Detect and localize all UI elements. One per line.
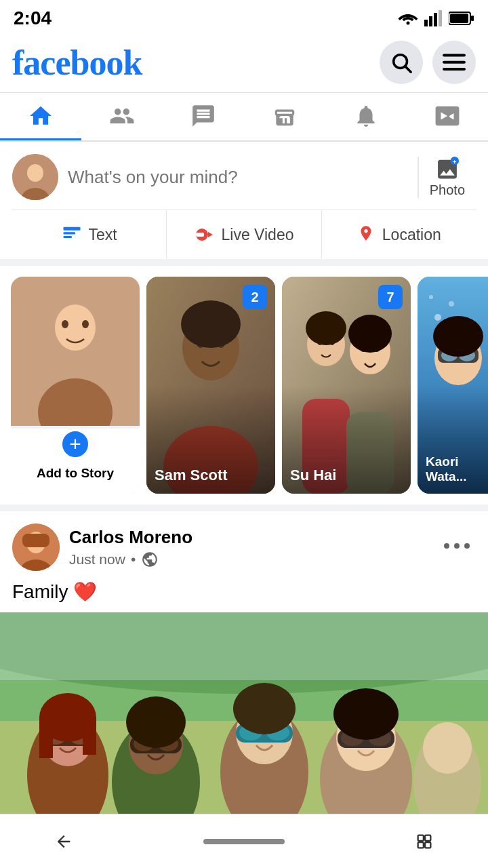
add-story-bottom: + Add to Story [11,429,140,494]
post-info: Carlos Moreno Just now • [60,527,438,568]
post-text: Family ❤️ [0,578,488,612]
svg-point-0 [407,22,410,25]
post-card: Carlos Moreno Just now • Family ❤️ [0,511,488,843]
post-more-button[interactable] [438,536,476,559]
post-author-avatar [12,524,60,571]
post-image-content [0,612,488,843]
search-button[interactable] [380,41,423,84]
post-header: Carlos Moreno Just now • [0,511,488,578]
svg-text:+: + [453,158,457,165]
svg-point-63 [444,543,449,549]
video-icon [434,103,460,129]
svg-point-55 [433,316,483,357]
post-time: Just now [69,551,125,568]
text-action[interactable]: Text [12,210,167,259]
svg-point-14 [27,164,43,182]
svg-rect-7 [450,14,468,23]
location-action[interactable]: Location [322,210,476,259]
recent-apps-icon [415,832,434,851]
svg-rect-11 [443,61,466,64]
stories-section: + Add to Story [0,266,488,505]
svg-point-95 [333,688,399,740]
friends-icon [109,103,135,129]
tab-friends[interactable] [81,93,163,140]
add-story-plus: + [60,429,90,459]
story-card-kaori[interactable]: Kaori Wata... [418,277,488,494]
story-badge-sam: 2 [243,285,267,309]
back-icon [54,832,73,851]
svg-rect-2 [429,16,432,26]
marketplace-icon [272,103,298,129]
tab-messenger[interactable] [163,93,244,140]
add-story-image [11,277,140,426]
svg-rect-1 [424,20,428,26]
wifi-icon [397,10,419,26]
svg-point-25 [55,304,96,351]
header-actions [380,41,476,84]
tab-home[interactable] [0,93,81,140]
post-image [0,612,488,843]
location-label: Location [382,226,441,244]
story-card-sam[interactable]: 2 Sam Scott [146,277,275,494]
svg-rect-62 [22,534,49,547]
svg-rect-69 [0,612,488,680]
svg-rect-6 [471,16,474,21]
story-card-su[interactable]: 7 Su Hai [282,277,411,494]
post-text-content: Family ❤️ [12,581,97,602]
composer-top: + Photo [12,154,476,210]
facebook-logo: facebook [12,43,142,83]
back-button[interactable] [54,832,73,851]
composer-actions: Text Live Video Location [12,210,476,259]
home-indicator [203,839,285,844]
svg-point-89 [233,683,296,734]
svg-point-27 [62,320,68,328]
tab-marketplace[interactable] [244,93,325,140]
svg-point-65 [464,543,470,549]
svg-rect-19 [63,232,75,234]
live-video-label: Live Video [221,226,293,244]
svg-marker-23 [208,232,213,237]
svg-rect-100 [418,842,424,848]
svg-point-58 [429,295,433,299]
photo-label: Photo [430,182,465,198]
svg-rect-101 [425,842,430,848]
post-author-name: Carlos Moreno [69,527,438,548]
recent-apps-button[interactable] [415,832,434,851]
status-icons [397,10,474,26]
menu-button[interactable] [432,41,476,84]
post-meta: Just now • [69,551,438,568]
svg-rect-3 [434,13,437,26]
svg-point-56 [434,314,441,321]
post-composer: + Photo Text Live Video Loca [0,142,488,259]
signal-icon [424,10,443,26]
globe-icon [141,551,159,568]
add-story-card[interactable]: + Add to Story [11,277,140,494]
svg-point-46 [348,315,392,353]
more-icon [443,541,470,551]
bottom-nav [0,814,488,868]
text-label: Text [89,226,117,244]
story-badge-su: 7 [378,285,403,309]
svg-point-64 [454,543,460,549]
svg-point-42 [306,311,346,345]
what-on-mind-input[interactable] [68,167,408,188]
live-video-action[interactable]: Live Video [167,210,321,259]
user-avatar [12,154,58,200]
tab-video[interactable] [407,93,488,140]
story-name-sam: Sam Scott [155,467,267,484]
menu-icon [443,53,466,72]
avatar-image [12,154,58,200]
location-icon [357,224,375,245]
svg-rect-77 [83,717,96,755]
stories-row: + Add to Story [0,277,488,494]
status-time: 2:04 [14,7,52,29]
messenger-icon [190,103,216,129]
tab-notifications[interactable] [325,93,407,140]
svg-rect-98 [418,835,424,840]
text-icon [62,224,82,245]
nav-tabs [0,93,488,142]
story-name-kaori: Kaori Wata... [426,454,488,484]
add-photo-button[interactable]: + Photo [418,157,476,198]
author-avatar-image [12,524,60,571]
svg-rect-99 [425,835,430,840]
